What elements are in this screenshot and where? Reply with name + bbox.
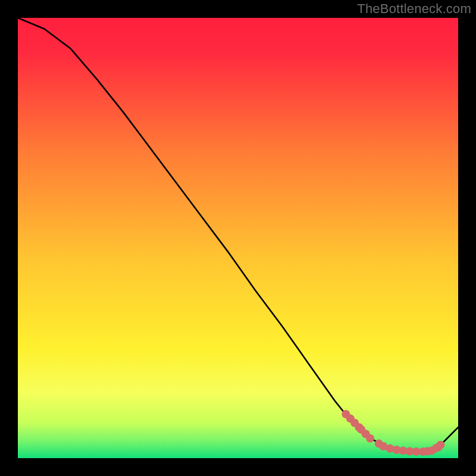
attribution-label: TheBottleneck.com	[357, 1, 471, 17]
curve-marker	[366, 434, 374, 443]
chart-frame: TheBottleneck.com	[0, 0, 476, 476]
gradient-background	[18, 18, 458, 458]
chart-svg	[18, 18, 458, 458]
curve-marker	[434, 443, 443, 452]
bottleneck-curve-plot	[18, 18, 458, 458]
